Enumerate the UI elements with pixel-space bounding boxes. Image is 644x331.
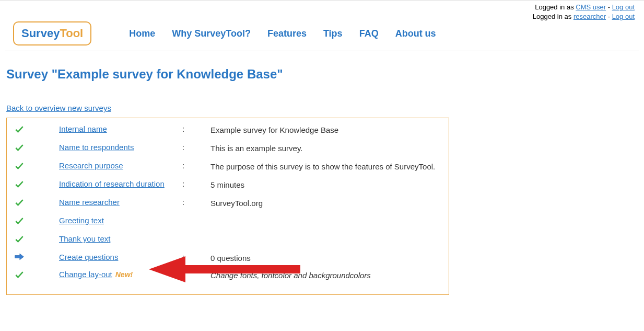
row-create-questions: Create questions : 0 questions xyxy=(12,253,443,264)
nav-features[interactable]: Features xyxy=(267,28,307,39)
content: Survey "Example survey for Knowledge Bas… xyxy=(0,51,644,305)
check-icon xyxy=(14,165,25,173)
nav-home[interactable]: Home xyxy=(129,28,155,39)
value-duration: 5 minutes xyxy=(210,179,443,190)
row-layout: Change lay-outNew! : Change fonts, fontc… xyxy=(12,270,443,282)
check-icon xyxy=(14,273,25,282)
link-greeting[interactable]: Greeting text xyxy=(59,216,104,225)
value-internal-name: Example survey for Knowledge Base xyxy=(210,124,443,135)
logo[interactable]: SurveyTool xyxy=(13,21,91,45)
value-name-respondents: This is an example survey. xyxy=(210,143,443,154)
value-research-purpose: The purpose of this survey is to show th… xyxy=(210,161,443,172)
login-user-researcher[interactable]: researcher xyxy=(573,13,606,20)
back-link[interactable]: Back to overview new surveys xyxy=(6,104,111,112)
link-internal-name[interactable]: Internal name xyxy=(59,124,107,133)
page-title: Survey "Example survey for Knowledge Bas… xyxy=(6,67,639,82)
row-research-purpose: Research purpose : The purpose of this s… xyxy=(12,161,443,173)
link-research-purpose[interactable]: Research purpose xyxy=(59,161,123,170)
row-name-respondents: Name to respondents : This is an example… xyxy=(12,143,443,155)
link-name-respondents[interactable]: Name to respondents xyxy=(59,143,134,152)
check-icon xyxy=(14,183,25,191)
check-icon xyxy=(14,146,25,155)
new-badge: New! xyxy=(115,270,133,279)
link-name-researcher[interactable]: Name researcher xyxy=(59,198,120,207)
header: SurveyTool Home Why SurveyTool? Features… xyxy=(0,21,644,50)
login-prefix-1: Logged in as xyxy=(535,3,576,11)
row-greeting: Greeting text xyxy=(12,216,443,228)
row-name-researcher: Name researcher : SurveyTool.org xyxy=(12,198,443,210)
login-status: Logged in as CMS user - Log out Logged i… xyxy=(0,1,644,21)
row-thankyou: Thank you text xyxy=(12,234,443,246)
logout-link-1[interactable]: Log out xyxy=(612,3,635,11)
nav-why[interactable]: Why SurveyTool? xyxy=(172,28,251,39)
login-user-cms[interactable]: CMS user xyxy=(576,3,606,11)
nav-faq[interactable]: FAQ xyxy=(359,28,379,39)
check-icon xyxy=(14,220,25,228)
check-icon xyxy=(14,238,25,246)
arrow-right-icon xyxy=(14,254,25,262)
value-create-questions: 0 questions xyxy=(210,253,443,264)
value-name-researcher: SurveyTool.org xyxy=(210,198,443,209)
nav-tips[interactable]: Tips xyxy=(323,28,343,39)
nav-about[interactable]: About us xyxy=(395,28,436,39)
row-duration: Indication of research duration : 5 minu… xyxy=(12,179,443,191)
row-internal-name: Internal name : Example survey for Knowl… xyxy=(12,124,443,136)
check-icon xyxy=(14,128,25,136)
survey-summary-panel: Internal name : Example survey for Knowl… xyxy=(6,118,449,295)
link-duration[interactable]: Indication of research duration xyxy=(59,179,165,188)
check-icon xyxy=(14,201,25,210)
link-create-questions[interactable]: Create questions xyxy=(59,253,118,261)
logout-link-2[interactable]: Log out xyxy=(612,13,635,20)
link-layout[interactable]: Change lay-out xyxy=(59,270,112,279)
value-layout: Change fonts, fontcolor and backgroundco… xyxy=(210,270,443,281)
link-thankyou[interactable]: Thank you text xyxy=(59,234,110,243)
login-prefix-2: Logged in as xyxy=(533,13,573,20)
main-nav: Home Why SurveyTool? Features Tips FAQ A… xyxy=(129,28,436,39)
